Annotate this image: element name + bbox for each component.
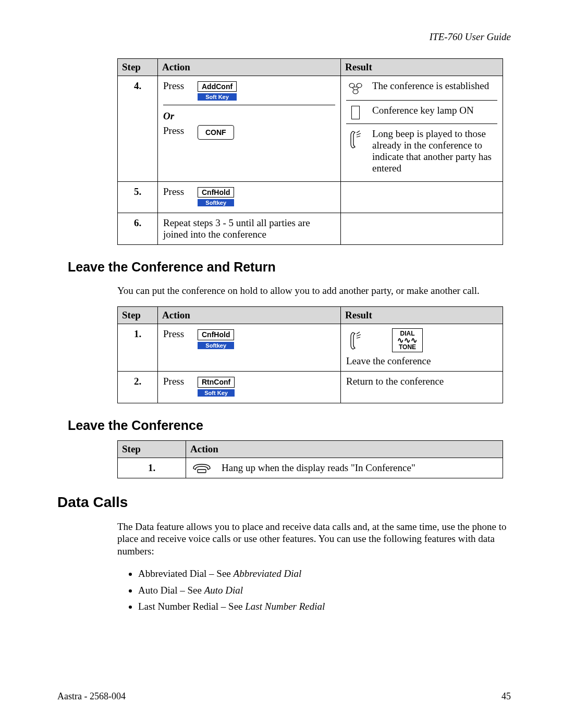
handset-icon: [346, 128, 365, 150]
handset-icon: [346, 329, 365, 351]
heading-leave-conference-return: Leave the Conference and Return: [68, 260, 511, 275]
key-box: CnfHold: [198, 329, 234, 340]
step-number: 1.: [118, 324, 158, 372]
action-cell: Repeat steps 3 - 5 until all parties are…: [158, 213, 341, 245]
body-paragraph: You can put the conference on hold to al…: [117, 285, 511, 297]
softkey-cnfhold: CnfHold Softkey: [198, 186, 234, 206]
procedure-table-1: Step Action Result 4. Press AddConf Soft…: [117, 58, 503, 245]
hardkey-conf: CONF: [198, 125, 234, 140]
tone-label: TONE: [399, 343, 416, 351]
header-title: ITE-760 User Guide: [57, 31, 511, 43]
softkey-label: Softkey: [198, 199, 234, 206]
step-number: 4.: [118, 76, 158, 182]
th-result: Result: [341, 307, 503, 324]
list-item: Last Number Redial – See Last Number Red…: [138, 600, 511, 613]
action-cell: Press CnfHold Softkey: [158, 182, 341, 213]
or-label: Or: [163, 110, 335, 122]
conference-icon: [346, 80, 365, 96]
step-number: 5.: [118, 182, 158, 213]
press-label: Press: [163, 328, 188, 340]
step-number: 2.: [118, 372, 158, 403]
softkey-rtnconf: RtnConf Soft Key: [198, 376, 235, 396]
result-cell: [341, 213, 503, 245]
action-cell: Press CnfHold Softkey: [158, 324, 341, 372]
table-row: 4. Press AddConf Soft Key Or Press CONF: [118, 76, 503, 182]
result-cell: DIAL ∿∿∿ TONE Leave the conference: [341, 324, 503, 372]
step-number: 1.: [118, 458, 186, 478]
press-label: Press: [163, 186, 188, 198]
action-cell: Press RtnConf Soft Key: [158, 372, 341, 403]
key-box: CnfHold: [198, 187, 234, 198]
table-row: 5. Press CnfHold Softkey: [118, 182, 503, 213]
th-action: Action: [158, 307, 341, 324]
svg-point-2: [353, 90, 358, 94]
result-text: Long beep is played to those already in …: [372, 128, 497, 174]
body-list: Abbreviated Dial – See Abbreviated Dial …: [128, 567, 511, 613]
result-cell: Return to the conference: [341, 372, 503, 403]
table-row: 1. Hang up when the display reads "In Co…: [118, 458, 503, 478]
th-step: Step: [118, 307, 158, 324]
table-row: 6. Repeat steps 3 - 5 until all parties …: [118, 213, 503, 245]
heading-leave-conference: Leave the Conference: [68, 418, 511, 433]
th-step: Step: [118, 59, 158, 76]
result-cell: The conference is established Conference…: [341, 76, 503, 182]
footer-left: Aastra - 2568-004: [57, 691, 126, 702]
page: ITE-760 User Guide Step Action Result 4.…: [0, 0, 563, 728]
softkey-label: Softkey: [198, 342, 234, 349]
softkey-label: Soft Key: [198, 93, 237, 101]
dial-tone-icon: DIAL ∿∿∿ TONE: [392, 328, 423, 352]
procedure-table-2: Step Action Result 1. Press CnfHold Soft…: [117, 306, 503, 403]
key-box: AddConf: [198, 81, 237, 92]
th-action: Action: [158, 59, 341, 76]
svg-rect-3: [198, 470, 206, 473]
press-label: Press: [163, 125, 188, 137]
heading-data-calls: Data Calls: [57, 494, 511, 511]
result-text: The conference is established: [372, 80, 497, 92]
phone-cradle-icon: [191, 462, 212, 474]
result-text: Conference key lamp ON: [372, 105, 497, 116]
footer-right: 45: [501, 691, 511, 702]
result-cell: [341, 182, 503, 213]
action-text: Hang up when the display reads "In Confe…: [222, 462, 415, 474]
table-row: 2. Press RtnConf Soft Key Return to the …: [118, 372, 503, 403]
key-box: RtnConf: [198, 377, 235, 387]
softkey-cnfhold: CnfHold Softkey: [198, 328, 234, 349]
action-cell: Press AddConf Soft Key Or Press CONF: [158, 76, 341, 182]
softkey-label: Soft Key: [198, 389, 235, 397]
th-step: Step: [118, 440, 186, 458]
step-number: 6.: [118, 213, 158, 245]
lamp-icon: [346, 105, 365, 119]
list-item: Auto Dial – See Auto Dial: [138, 584, 511, 597]
th-action: Action: [186, 440, 503, 458]
action-cell: Hang up when the display reads "In Confe…: [186, 458, 503, 478]
softkey-addconf: AddConf Soft Key: [198, 80, 237, 101]
result-text: Leave the conference: [346, 355, 497, 367]
list-item: Abbreviated Dial – See Abbreviated Dial: [138, 567, 511, 580]
body-paragraph: The Data feature allows you to place and…: [117, 521, 511, 558]
table-row: 1. Press CnfHold Softkey DI: [118, 324, 503, 372]
press-label: Press: [163, 80, 188, 92]
th-result: Result: [341, 59, 503, 76]
footer: Aastra - 2568-004 45: [57, 691, 511, 702]
procedure-table-3: Step Action 1. Hang up when the display …: [117, 440, 503, 478]
press-label: Press: [163, 376, 188, 387]
